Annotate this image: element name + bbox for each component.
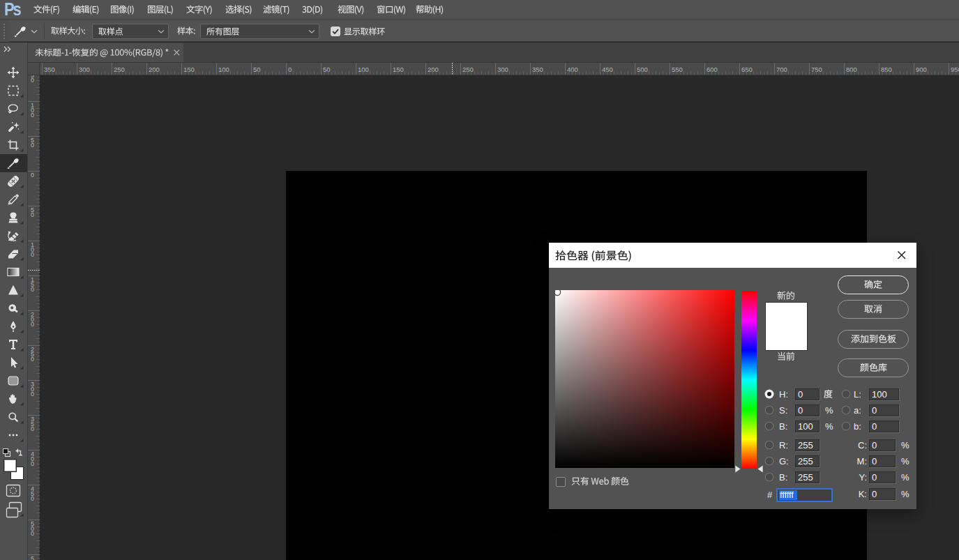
svg-text:0: 0 xyxy=(31,425,34,432)
svg-text:0: 0 xyxy=(31,495,34,502)
svg-text:0: 0 xyxy=(31,530,34,537)
svg-text:0: 0 xyxy=(31,172,34,179)
svg-text:0: 0 xyxy=(31,391,34,398)
svg-text:0: 0 xyxy=(31,77,34,84)
svg-text:0: 0 xyxy=(31,112,34,119)
svg-text:0: 0 xyxy=(31,211,34,218)
svg-text:0: 0 xyxy=(31,286,34,293)
svg-text:0: 0 xyxy=(31,142,34,149)
svg-text:0: 0 xyxy=(31,251,34,258)
svg-text:0: 0 xyxy=(288,66,292,73)
svg-text:5: 5 xyxy=(31,555,34,560)
svg-text:950: 950 xyxy=(951,66,959,73)
svg-text:0: 0 xyxy=(31,321,34,328)
svg-text:0: 0 xyxy=(31,460,34,467)
svg-text:50: 50 xyxy=(253,66,261,73)
svg-text:0: 0 xyxy=(31,356,34,363)
svg-text:50: 50 xyxy=(323,66,331,73)
